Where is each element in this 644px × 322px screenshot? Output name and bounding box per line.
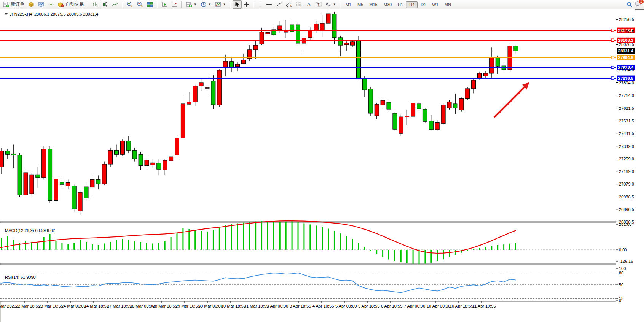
candle-bullish <box>447 102 451 108</box>
price-chart[interactable]: 28179.628108.328031.427984.827913.427836… <box>0 0 644 313</box>
crosshair-button[interactable] <box>242 0 251 9</box>
candle-bullish <box>483 73 488 76</box>
timeframe-D1[interactable]: D1 <box>418 1 429 8</box>
time-axis-label: 27 Mar 10:55 <box>107 304 132 308</box>
line-handle[interactable] <box>611 66 614 69</box>
periods-button[interactable]: ▼ <box>199 0 213 9</box>
timeframe-M15[interactable]: M15 <box>366 1 380 8</box>
price-axis-tick-label: 27621.5 <box>619 106 634 111</box>
candle-bullish <box>120 141 124 154</box>
candle-bullish <box>435 123 439 130</box>
line-chart-button[interactable] <box>110 0 120 9</box>
templates-button[interactable]: ▼ <box>213 0 228 9</box>
hline-button[interactable] <box>264 0 274 9</box>
candle-bearish <box>115 150 119 154</box>
candle-bullish <box>24 173 28 195</box>
channel-button[interactable]: E <box>284 0 294 9</box>
rsi-axis-label: 50 <box>619 282 623 287</box>
fibonacci-icon: F <box>296 2 303 7</box>
autotrade-button[interactable]: 自动交易 <box>56 0 86 9</box>
timeframe-M1[interactable]: M1 <box>343 1 354 8</box>
chart-shift-button[interactable] <box>169 0 179 9</box>
line-handle[interactable] <box>611 29 614 32</box>
price-line-label: 28031.4 <box>618 49 634 53</box>
zoom-out-button[interactable] <box>135 0 145 9</box>
time-axis-label: 3 Apr 00:00 <box>267 304 288 308</box>
candle-bearish <box>357 40 361 79</box>
trendline-button[interactable] <box>274 0 284 9</box>
new-order-label: 新订单 <box>11 1 24 8</box>
time-axis-label: 22 Mar 2023 <box>0 304 16 308</box>
time-axis-label: 29 Mar 10:55 <box>175 304 200 308</box>
candle-bearish <box>72 186 76 209</box>
time-axis-label: 28 Mar 00:00 <box>130 304 155 308</box>
timeframe-W1[interactable]: W1 <box>429 1 442 8</box>
timeframe-M5[interactable]: M5 <box>354 1 366 8</box>
time-axis-label: 6 Apr 10:55 <box>381 304 402 308</box>
chart-symbol-label: JPN225-,H4 28066.1 28075.6 28005.6 28031… <box>5 12 98 16</box>
timeframe-toolbar: M1M5M15M30H1H4D1W1MN <box>341 0 455 9</box>
new-order-icon <box>3 2 10 8</box>
autotrade-icon <box>58 2 64 8</box>
hline-icon <box>266 2 272 7</box>
bar-chart-button[interactable] <box>90 0 100 9</box>
new-order-button[interactable]: 新订单 <box>1 0 26 9</box>
fibonacci-button[interactable]: F <box>294 0 304 9</box>
price-line-label: 27836.5 <box>618 76 633 81</box>
toolbar-separator <box>88 1 88 8</box>
candle-chart-button[interactable] <box>100 0 110 9</box>
price-axis-tick-label: 27441.5 <box>619 131 634 136</box>
crosshair-icon <box>244 2 249 7</box>
timeframe-H4[interactable]: H4 <box>406 1 418 8</box>
market-watch-button[interactable] <box>36 0 46 9</box>
timeframe-M30[interactable]: M30 <box>381 1 395 8</box>
timeframe-MN[interactable]: MN <box>442 1 454 8</box>
cursor-button[interactable] <box>233 0 242 9</box>
arrows-button[interactable]: ▼ <box>324 0 338 9</box>
vline-button[interactable] <box>256 0 264 9</box>
templates-icon <box>215 2 222 8</box>
candle-bearish <box>393 113 397 129</box>
svg-text:E: E <box>290 5 292 7</box>
candle-bullish <box>411 103 415 116</box>
price-axis-tick-label: 27804.0 <box>619 81 634 85</box>
time-axis-label: 10 Apr 18:55 <box>450 304 473 308</box>
candle-bullish <box>326 14 330 23</box>
line-handle[interactable] <box>611 39 614 41</box>
candle-bearish <box>429 121 433 130</box>
candle-bearish <box>157 163 161 169</box>
timeframe-H1[interactable]: H1 <box>395 1 406 8</box>
line-handle[interactable] <box>611 77 614 79</box>
price-axis-tick-label: 27531.5 <box>619 119 634 123</box>
candle-bearish <box>362 78 367 90</box>
chat-unread-badge: 1 <box>638 0 644 4</box>
time-axis-label: 3 Apr 18:55 <box>290 304 311 308</box>
auto-scroll-button[interactable] <box>159 0 169 9</box>
candle-bullish <box>320 23 324 30</box>
candle-bearish <box>332 14 336 38</box>
candle-bullish <box>0 151 3 167</box>
signal-button[interactable] <box>46 0 56 9</box>
candle-bullish <box>199 83 203 86</box>
symbols-button[interactable] <box>26 0 36 9</box>
tile-windows-button[interactable] <box>145 0 155 9</box>
chat-button[interactable]: 1 <box>635 1 642 8</box>
zoom-in-button[interactable] <box>124 0 135 9</box>
time-axis-label: 5 Apr 18:55 <box>358 304 379 308</box>
autotrade-label: 自动交易 <box>65 1 84 8</box>
price-axis-tick-label: 27714.0 <box>619 93 634 98</box>
toolbar-separator <box>340 1 341 8</box>
search-icon[interactable] <box>626 2 633 8</box>
indicators-button[interactable]: ▼ <box>184 0 199 9</box>
line-chart-icon <box>112 2 118 8</box>
chevron-down-icon[interactable] <box>5 13 8 15</box>
bar-chart-icon <box>92 2 98 8</box>
candle-bearish <box>96 179 100 184</box>
line-handle[interactable] <box>611 56 614 59</box>
text-button[interactable]: A <box>304 0 314 9</box>
time-axis-label: 22 Mar 18:55 <box>16 304 40 308</box>
candle-bullish <box>102 164 107 184</box>
svg-text:A: A <box>307 2 311 7</box>
candle-bullish <box>441 105 445 123</box>
text-label-button[interactable]: T <box>314 0 324 9</box>
